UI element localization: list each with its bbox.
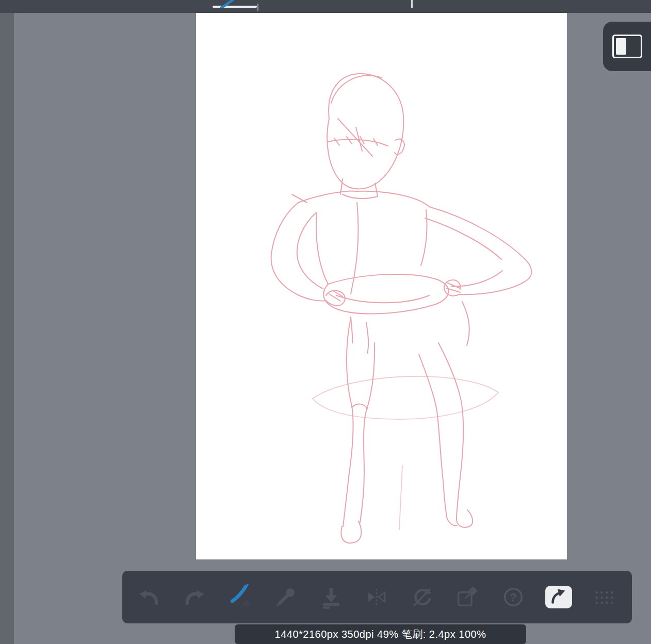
undo-icon — [138, 586, 160, 608]
save-icon — [319, 585, 343, 609]
brush-button[interactable] — [223, 580, 256, 614]
flip-horizontal-icon — [365, 585, 388, 609]
canvas-info-text: 1440*2160px 350dpi 49% 笔刷: 2.4px 100% — [275, 628, 486, 641]
flip-horizontal-button[interactable] — [360, 580, 393, 614]
help-icon: ? — [501, 585, 526, 609]
share-icon — [545, 585, 573, 609]
topbar-tick — [257, 4, 258, 11]
drawing-canvas[interactable] — [196, 13, 567, 559]
eyedropper-icon — [274, 586, 297, 608]
brush-eraser-icon — [226, 584, 253, 610]
save-button[interactable] — [315, 580, 348, 614]
reset-rotation-icon — [410, 585, 434, 609]
top-bar — [0, 0, 651, 13]
menu-grid-button[interactable] — [588, 580, 621, 614]
bottom-toolbar: ? — [122, 571, 632, 623]
transform-button[interactable] — [451, 580, 484, 614]
brush-tab-icon[interactable] — [219, 0, 236, 8]
left-edge-band — [0, 13, 14, 644]
pages-icon-inner — [616, 38, 626, 55]
reset-rotation-button[interactable] — [405, 580, 438, 614]
transform-icon — [455, 585, 479, 609]
help-button[interactable]: ? — [497, 580, 530, 614]
share-button[interactable] — [542, 580, 575, 614]
menu-grid-icon — [593, 586, 615, 608]
eyedropper-button[interactable] — [269, 580, 302, 614]
app-window: ? 1440*2160px 350dpi 49% 笔刷: 2.4px 100% — [0, 0, 651, 644]
redo-button[interactable] — [178, 580, 211, 614]
topbar-tick — [411, 0, 413, 8]
redo-icon — [183, 586, 206, 608]
figure-sketch — [196, 13, 567, 559]
pages-button[interactable] — [603, 22, 651, 71]
undo-button[interactable] — [133, 580, 166, 614]
pages-icon — [612, 35, 642, 58]
svg-text:?: ? — [510, 591, 516, 604]
status-bar[interactable]: 1440*2160px 350dpi 49% 笔刷: 2.4px 100% — [235, 624, 526, 644]
